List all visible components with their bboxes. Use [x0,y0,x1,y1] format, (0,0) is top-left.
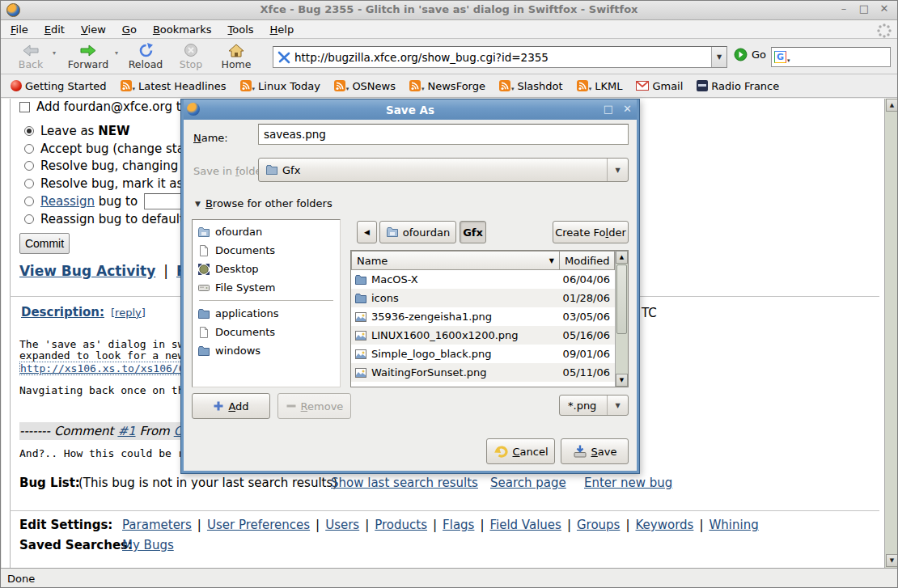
bookmark-latest-headlines[interactable]: ▾Latest Headlines [121,80,227,92]
enter-new-bug-link[interactable]: Enter new bug [584,476,672,490]
column-header-name[interactable]: Name ▼ [351,251,560,270]
forward-dropdown-caret[interactable]: ▾ [115,49,118,57]
path-back-button[interactable]: ◀ [357,221,377,243]
path-button-gfx[interactable]: Gfx [460,221,486,243]
radio-button[interactable] [24,126,34,136]
radio-button[interactable] [24,161,34,171]
search-input[interactable]: G ▾ [771,47,891,67]
menu-edit[interactable]: Edit [44,23,65,36]
view-bug-activity-link[interactable]: View Bug Activity [19,263,155,279]
file-row[interactable]: Simple_logo_black.png 09/01/06 [351,345,615,363]
bookmark-newsforge[interactable]: ▾NewsForge [409,80,485,92]
list-scroll-down-button[interactable]: ▼ [616,374,628,387]
folder-combo-caret[interactable]: ▼ [607,159,628,181]
maximize-button[interactable]: □ [858,2,870,15]
create-folder-button[interactable]: Create Folder [553,221,629,243]
menu-tools[interactable]: Tools [228,23,254,36]
place-ofourdan[interactable]: ofourdan [193,222,340,241]
bookmark-getting-started[interactable]: Getting Started [11,80,107,92]
radio-button[interactable] [24,214,34,224]
field-values-link[interactable]: Field Values [489,518,561,532]
menu-file[interactable]: File [11,23,28,36]
reassign-link[interactable]: Reassign [40,194,95,209]
keywords-link[interactable]: Keywords [636,518,694,532]
file-list[interactable]: Name ▼ Modified MacOS-X 06/04/06 icons 0… [350,250,629,387]
bookmark-lkml[interactable]: ▾LKML [577,80,623,92]
file-row-partial[interactable] [351,382,615,387]
url-bar[interactable]: http://bugzilla.xfce.org/show_bug.cgi?id… [273,46,727,68]
menu-go[interactable]: Go [122,23,137,36]
radio-button[interactable] [24,144,34,154]
cc-checkbox[interactable] [19,102,30,112]
file-row[interactable]: 35936-zengeisha1.png 03/05/06 [351,307,615,326]
scroll-up-button[interactable]: ▲ [886,99,898,112]
file-row[interactable]: icons 01/28/06 [351,289,615,307]
shortcut-documents[interactable]: Documents [193,323,340,341]
file-row[interactable]: WaitingForSunset.png 05/11/06 [351,363,615,382]
minimize-button[interactable]: – [837,2,850,15]
bookmark-radio-france[interactable]: Radio France [697,80,779,92]
back-button[interactable]: Back [12,42,49,70]
place-desktop[interactable]: Desktop [193,260,340,278]
file-list-scrollbar[interactable]: ▲ ▼ [615,251,628,387]
list-scroll-thumb[interactable] [616,264,627,334]
commit-button[interactable]: Commit [19,233,70,254]
cancel-button[interactable]: Cancel [486,438,555,464]
reload-button[interactable]: Reload [125,42,166,70]
folder-combo[interactable]: Gfx ▼ [258,158,629,182]
window-titlebar[interactable]: Xfce - Bug 2355 - Glitch in 'save as' di… [1,1,897,20]
url-text[interactable]: http://bugzilla.xfce.org/show_bug.cgi?id… [291,51,711,64]
dialog-titlebar[interactable]: Save As □ ✕ [184,99,637,120]
whining-link[interactable]: Whining [709,518,758,532]
shortcut-windows[interactable]: windows [193,341,340,360]
search-page-link[interactable]: Search page [490,476,566,490]
filter-caret[interactable]: ▼ [607,396,628,415]
stop-button[interactable]: Stop [172,42,210,70]
reply-link[interactable]: [reply] [111,307,146,319]
file-row[interactable]: MacOS-X 06/04/06 [351,270,615,289]
save-button[interactable]: Save [561,438,629,464]
go-button[interactable]: Go [734,48,766,61]
shortcut-applications[interactable]: applications [193,304,340,323]
place-file-system[interactable]: File System [193,278,340,297]
browser-scrollbar[interactable]: ▲ ▼ [884,99,898,568]
user-preferences-link[interactable]: User Preferences [207,518,310,532]
places-pane[interactable]: ofourdan Documents Desktop File System [192,219,341,387]
remove-bookmark-button[interactable]: Remove [277,393,351,419]
bookmark-linux-today[interactable]: ▾Linux Today [240,80,320,92]
menu-bookmarks[interactable]: Bookmarks [153,23,212,36]
description-link[interactable]: Description: [21,305,104,319]
dialog-maximize-button[interactable]: □ [604,103,613,115]
my-bugs-link[interactable]: My Bugs [122,538,174,552]
browse-expander[interactable]: ▼ Browse for other folders [195,197,333,209]
show-last-search-results-link[interactable]: Show last search results [331,476,478,490]
place-documents[interactable]: Documents [193,241,340,260]
dialog-close-button[interactable]: ✕ [623,103,632,115]
bookmark-slashdot[interactable]: ▾Slashdot [499,80,563,92]
parameters-link[interactable]: Parameters [122,518,192,532]
add-bookmark-button[interactable]: Add [192,393,270,419]
bookmark-gmail[interactable]: Gmail [636,80,683,92]
scroll-down-button[interactable]: ▼ [886,554,898,567]
home-button[interactable]: Home [218,42,255,70]
path-button-ofourdan[interactable]: ofourdan [379,221,456,243]
column-header-modified[interactable]: Modified [560,251,615,270]
list-scroll-up-button[interactable]: ▲ [616,251,628,264]
filename-input[interactable]: saveas.png [258,124,629,145]
search-engine-caret[interactable]: ▾ [787,57,790,64]
radio-button[interactable] [24,179,34,188]
groups-link[interactable]: Groups [577,518,620,532]
menu-help[interactable]: Help [270,23,294,36]
file-type-filter[interactable]: *.png ▼ [559,395,629,416]
menu-view[interactable]: View [81,23,106,36]
users-link[interactable]: Users [325,518,359,532]
radio-button[interactable] [24,197,34,206]
flags-link[interactable]: Flags [443,518,474,532]
comment-number-link[interactable]: #1 [117,424,135,438]
file-row[interactable]: LINUX1600_1600x1200.png 05/16/06 [351,326,615,345]
google-icon[interactable]: G [774,51,786,63]
close-button[interactable]: ✕ [878,2,891,15]
url-dropdown-button[interactable]: ▼ [711,47,726,67]
products-link[interactable]: Products [375,518,427,532]
back-dropdown-caret[interactable]: ▾ [53,49,56,57]
